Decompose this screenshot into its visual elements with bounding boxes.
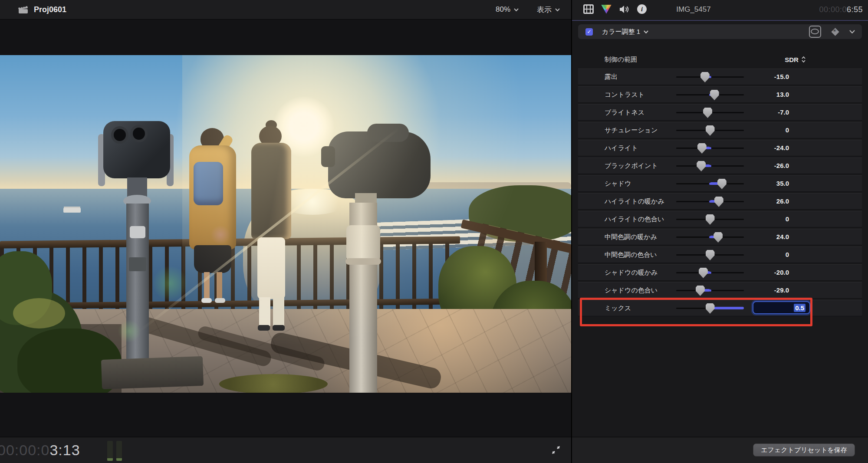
telescope-left-coin-slot [130, 226, 145, 238]
slider-handle[interactable] [700, 72, 710, 82]
effect-name: カラー調整 1 [602, 28, 640, 36]
param-row-mix: ミックス0.5 [578, 300, 862, 316]
slider-handle[interactable] [706, 250, 715, 260]
info-icon[interactable]: i [637, 4, 647, 14]
chevron-down-icon[interactable] [644, 30, 648, 33]
param-row-highlights: ハイライト-24.0 [578, 140, 862, 156]
ship [63, 208, 81, 213]
clip-title: IMG_5457 [646, 5, 741, 14]
param-label: ミックス [605, 300, 631, 316]
final-cut-pro-window: Proj0601 80% 表示 [0, 0, 868, 463]
param-label: ブライトネス [605, 104, 644, 121]
param-label: 中間色調の暖かみ [605, 229, 657, 245]
param-value[interactable]: 0 [741, 246, 789, 263]
param-value[interactable]: -24.0 [741, 140, 789, 156]
audio-meters-icon[interactable] [107, 441, 122, 461]
clip-timecode: 00:00:06:55 [819, 5, 863, 14]
slider-handle[interactable] [697, 143, 707, 154]
param-value[interactable]: 26.0 [741, 193, 789, 210]
param-rows: 露出-15.0コントラスト13.0ブライトネス-7.0サチュレーション0ハイライ… [578, 69, 862, 318]
playhead-timecode[interactable]: 00:00:03:13 [0, 442, 80, 459]
viewer-pane: Proj0601 80% 表示 [0, 0, 571, 463]
slider-handle[interactable] [706, 303, 715, 314]
param-row-midtone-tint: 中間色調の色合い0 [578, 246, 862, 263]
clapperboard-icon [17, 5, 29, 14]
param-value[interactable]: 35.0 [741, 175, 789, 192]
view-menu[interactable]: 表示 [537, 5, 560, 15]
panel-accent-line [572, 20, 868, 21]
param-value[interactable]: -20.0 [741, 264, 789, 281]
slider-default-dot [709, 289, 711, 292]
telescope-left-sticker [129, 257, 146, 271]
param-value[interactable]: -29.0 [741, 282, 789, 299]
slider-fill [710, 307, 744, 309]
control-range-select[interactable]: SDR [765, 56, 825, 63]
slider-handle[interactable] [714, 197, 723, 207]
param-row-saturation: サチュレーション0 [578, 122, 862, 138]
keyframe-diamond-icon[interactable]: ✳ [831, 28, 839, 36]
param-row-highlight-warmth: ハイライトの暖かみ26.0 [578, 193, 862, 210]
param-row-brightness: ブライトネス-7.0 [578, 104, 862, 121]
slider-default-dot [709, 147, 711, 149]
slider-handle[interactable] [706, 125, 715, 136]
param-label: シャドウ [605, 175, 631, 192]
slider-default-dot [709, 183, 711, 185]
param-value[interactable]: 13.0 [741, 86, 789, 103]
project-title: Proj0601 [34, 5, 66, 14]
mix-value-selected-text: 0.5 [794, 304, 806, 312]
viewer-bottom-bar: 00:00:03:13 [0, 437, 571, 463]
save-effect-preset-button[interactable]: エフェクトプリセットを保存 [753, 443, 855, 456]
param-row-midtone-warmth: 中間色調の暖かみ24.0 [578, 229, 862, 245]
effect-enabled-checkbox[interactable]: ✓ [585, 28, 593, 36]
control-range-label: 制御の範囲 [605, 56, 637, 64]
slider-handle[interactable] [706, 214, 715, 225]
telescope-left-eye-1 [111, 126, 128, 144]
zoom-level-menu[interactable]: 80% [496, 5, 519, 14]
param-value[interactable]: -15.0 [741, 69, 789, 85]
param-row-shadow-tint: シャドウの色合い-29.0 [578, 282, 862, 299]
chevron-down-icon[interactable] [849, 30, 855, 33]
viewer-toolbar: Proj0601 80% 表示 [0, 0, 571, 20]
param-label: コントラスト [605, 86, 644, 103]
filmstrip-icon[interactable] [583, 4, 594, 14]
param-label: ハイライト [605, 140, 638, 156]
slider-handle[interactable] [713, 232, 723, 243]
param-value[interactable]: 0 [741, 122, 789, 138]
chevron-down-icon [555, 8, 560, 11]
param-label: ハイライトの暖かみ [605, 193, 664, 210]
param-row-highlight-tint: ハイライトの色合い0 [578, 211, 862, 227]
video-frame [0, 55, 571, 393]
param-value[interactable]: -7.0 [741, 104, 789, 121]
effect-header-color-adjustments[interactable]: ✓ カラー調整 1 ✳ [578, 24, 862, 39]
param-value[interactable]: 0 [741, 211, 789, 227]
inspector-pane: i IMG_5457 00:00:06:55 ✓ カラー調整 1 ✳ 制御の範囲… [572, 0, 868, 463]
slider-default-dot [709, 200, 711, 203]
color-triangle-icon[interactable] [601, 5, 612, 14]
mix-value-field[interactable]: 0.5 [753, 301, 810, 314]
param-label: サチュレーション [605, 122, 658, 138]
telescope-left-eye-2 [130, 125, 148, 142]
slider-handle[interactable] [717, 179, 727, 189]
slider-default-dot [709, 165, 711, 167]
control-range-row: 制御の範囲 SDR [578, 52, 862, 67]
mask-icon[interactable] [809, 26, 821, 38]
slider-handle[interactable] [696, 286, 705, 296]
slider-handle[interactable] [697, 161, 706, 171]
param-label: 露出 [605, 69, 618, 85]
param-label: シャドウの暖かみ [605, 264, 658, 281]
viewer-stage [0, 20, 571, 437]
chevron-down-icon [514, 8, 519, 11]
up-down-chevrons-icon [802, 56, 806, 62]
param-value[interactable]: -26.0 [741, 158, 789, 174]
param-label: 中間色調の色合い [605, 246, 657, 263]
speaker-icon[interactable] [619, 5, 630, 14]
slider-handle[interactable] [699, 268, 708, 278]
project-title-area: Proj0601 [17, 5, 66, 14]
slider-handle[interactable] [710, 90, 719, 100]
slider-default-dot [709, 236, 711, 238]
expand-icon[interactable] [550, 444, 562, 456]
param-value[interactable]: 24.0 [741, 229, 789, 245]
slider-handle[interactable] [703, 108, 712, 118]
grass-tuft-center [219, 374, 328, 393]
inspector-bottom-bar: エフェクトプリセットを保存 [572, 437, 868, 463]
